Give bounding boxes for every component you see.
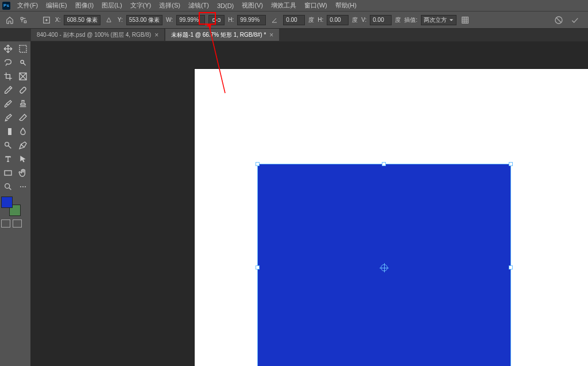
menu-layer[interactable]: 图层(L) <box>98 0 125 11</box>
frame-tool[interactable] <box>16 70 30 83</box>
transform-handle[interactable] <box>509 162 513 166</box>
svg-rect-4 <box>462 17 469 23</box>
close-icon[interactable]: × <box>154 31 158 39</box>
color-swatches[interactable] <box>1 197 21 216</box>
svg-rect-11 <box>5 128 8 135</box>
quickmask-icon[interactable] <box>1 219 10 228</box>
transform-bounding-box[interactable] <box>258 164 510 366</box>
h-label: H: <box>228 17 234 23</box>
menu-3d[interactable]: 3D(D) <box>214 1 237 10</box>
vskew-unit: 度 <box>395 16 401 24</box>
angle-unit: 度 <box>308 16 314 24</box>
ps-logo: Ps <box>2 2 10 10</box>
brush-tool[interactable] <box>1 98 15 110</box>
interp-select[interactable]: 两次立方 <box>421 15 457 25</box>
w-label: W: <box>166 17 173 23</box>
transform-handle[interactable] <box>382 162 386 166</box>
zoom-tool[interactable] <box>1 180 15 193</box>
workspace <box>31 41 588 366</box>
confirm-icon[interactable] <box>570 15 580 25</box>
menu-select[interactable]: 选择(S) <box>156 0 184 11</box>
menu-window[interactable]: 窗口(W) <box>301 0 331 11</box>
eraser-tool[interactable] <box>16 111 30 124</box>
hskew-unit: 度 <box>352 16 358 24</box>
lasso-tool[interactable] <box>1 56 15 69</box>
svg-point-3 <box>46 19 47 20</box>
document-tab-active[interactable]: 未标题-1 @ 66.7% 矩形 1, RGB/8#) * × <box>165 29 279 41</box>
menu-file[interactable]: 文件(F) <box>14 0 41 11</box>
path-select-tool[interactable] <box>16 153 30 165</box>
dodge-tool[interactable] <box>1 139 15 152</box>
tab-label: 未标题-1 @ 66.7% 矩形 1, RGB/8#) * <box>171 31 266 39</box>
vskew-value[interactable]: 0.00 <box>370 15 392 25</box>
y-label: Y: <box>118 17 123 23</box>
healing-tool[interactable] <box>16 84 30 97</box>
chevron-down-icon <box>449 18 454 22</box>
angle-value[interactable]: 0.00 <box>283 15 305 25</box>
vskew-label: V: <box>361 17 366 23</box>
options-bar: X: 608.50 像素 Y: 553.00 像素 W: 99.99% H: 9… <box>0 11 588 29</box>
h-value[interactable]: 99.99% <box>237 15 266 25</box>
menu-type[interactable]: 文字(Y) <box>127 0 155 11</box>
home-icon[interactable] <box>5 15 15 25</box>
svg-point-14 <box>5 184 10 188</box>
y-value[interactable]: 553.00 像素 <box>126 15 163 25</box>
stamp-tool[interactable] <box>16 98 30 110</box>
foreground-swatch[interactable] <box>1 197 13 208</box>
document-tab-bar: 840-400 - 副本.psd @ 100% (图层 4, RGB/8) × … <box>0 29 588 41</box>
transform-handle[interactable] <box>509 265 513 269</box>
svg-rect-0 <box>21 17 23 19</box>
warp-icon[interactable] <box>460 15 470 25</box>
menu-filter[interactable]: 滤镜(T) <box>185 0 212 11</box>
transform-handle[interactable] <box>256 162 260 166</box>
menu-image[interactable]: 图像(I) <box>72 0 97 11</box>
link-wh-button[interactable] <box>208 15 225 25</box>
svg-rect-1 <box>24 21 26 23</box>
reference-point-icon[interactable] <box>41 15 52 25</box>
screen-mode-icons <box>1 219 29 228</box>
edit-toolbar-icon[interactable] <box>16 180 30 193</box>
svg-rect-13 <box>5 171 11 175</box>
share-icon[interactable] <box>18 15 29 25</box>
reference-point-icon[interactable] <box>381 264 388 271</box>
svg-rect-6 <box>20 45 26 52</box>
close-icon[interactable]: × <box>269 31 273 39</box>
eyedropper-tool[interactable] <box>1 84 15 97</box>
menu-edit[interactable]: 编辑(E) <box>42 0 71 11</box>
move-tool[interactable] <box>1 43 15 55</box>
transform-handle[interactable] <box>256 265 260 269</box>
screenmode-icon[interactable] <box>13 219 22 228</box>
rectangle-tool[interactable] <box>1 167 15 179</box>
gradient-tool[interactable] <box>1 125 15 138</box>
menu-view[interactable]: 视图(V) <box>238 0 266 11</box>
quick-select-tool[interactable] <box>16 56 30 69</box>
history-brush-tool[interactable] <box>1 111 15 124</box>
document-tab[interactable]: 840-400 - 副本.psd @ 100% (图层 4, RGB/8) × <box>31 29 164 41</box>
svg-rect-9 <box>20 87 26 94</box>
interp-value: 两次立方 <box>424 16 447 24</box>
x-value[interactable]: 608.50 像素 <box>64 15 100 25</box>
svg-point-7 <box>21 60 24 63</box>
x-label: X: <box>55 17 60 23</box>
type-tool[interactable] <box>1 153 15 165</box>
svg-point-12 <box>5 142 9 147</box>
hskew-label: H: <box>318 17 323 23</box>
marquee-tool[interactable] <box>16 43 30 55</box>
svg-point-15 <box>20 186 21 187</box>
delta-icon[interactable] <box>104 15 114 25</box>
blur-tool[interactable] <box>16 125 30 138</box>
angle-icon <box>269 15 280 25</box>
menubar: Ps 文件(F) 编辑(E) 图像(I) 图层(L) 文字(Y) 选择(S) 滤… <box>0 0 588 11</box>
cancel-icon[interactable] <box>554 15 564 25</box>
canvas[interactable] <box>195 69 588 366</box>
pen-tool[interactable] <box>16 139 30 152</box>
hand-tool[interactable] <box>16 167 30 179</box>
toolbar <box>0 41 31 366</box>
hskew-value[interactable]: 0.00 <box>327 15 349 25</box>
tab-label: 840-400 - 副本.psd @ 100% (图层 4, RGB/8) <box>37 31 151 39</box>
svg-point-17 <box>25 186 26 187</box>
menu-help[interactable]: 帮助(H) <box>332 0 360 11</box>
menu-plugins[interactable]: 增效工具 <box>268 0 300 11</box>
w-value[interactable]: 99.99% <box>176 15 205 25</box>
crop-tool[interactable] <box>1 70 15 83</box>
